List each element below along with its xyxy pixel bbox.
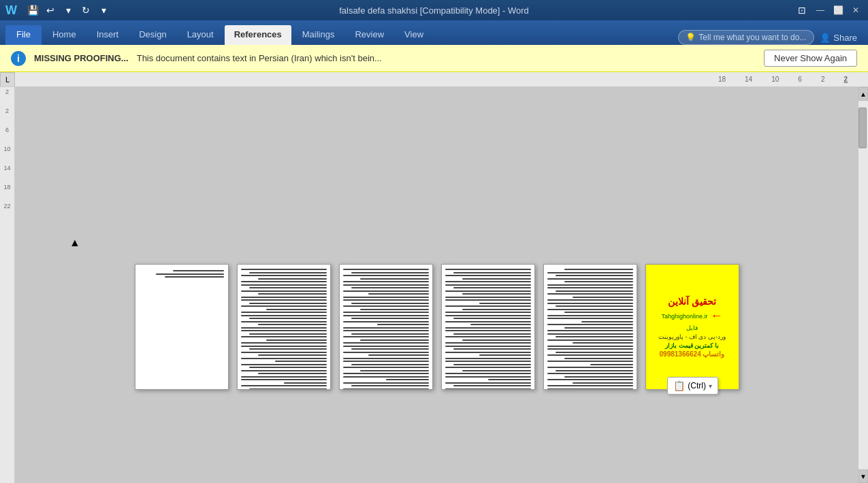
quick-access-toolbar: 💾 ↩ ▾ ↻ ▾	[25, 3, 111, 18]
minimize-button[interactable]: —	[814, 3, 827, 17]
title-bar-controls: ⊡ — ⬜ ✕	[794, 3, 863, 18]
more-button[interactable]: ▾	[96, 3, 111, 18]
ruler-v-6: 6	[5, 127, 9, 133]
ribbon-search-area: 💡 Tell me what you want to do... 👤 Share	[678, 30, 863, 45]
ruler-mark-14: 14	[745, 76, 752, 83]
paste-options-tooltip[interactable]: 📋 (Ctrl) ▾	[667, 377, 718, 395]
ribbon: File Home Insert Design Layout Reference…	[0, 20, 868, 45]
ad-site: Tahghighonline.ir	[661, 313, 707, 320]
ruler-v-2b: 2	[5, 107, 9, 114]
share-label: Share	[833, 33, 857, 43]
undo-dropdown-button[interactable]: ▾	[61, 3, 76, 18]
tell-me-search[interactable]: 💡 Tell me what you want to do...	[678, 30, 814, 45]
tab-home[interactable]: Home	[43, 25, 86, 45]
tab-layout[interactable]: Layout	[178, 25, 223, 45]
notification-title: MISSING PROOFING...	[34, 53, 129, 63]
tab-review[interactable]: Review	[345, 25, 393, 45]
page-4	[441, 264, 535, 390]
vertical-scrollbar[interactable]: ▲ ▼	[858, 87, 868, 483]
search-placeholder-text: Tell me what you want to do...	[698, 33, 806, 42]
tab-view[interactable]: View	[395, 25, 433, 45]
ruler-mark-6: 6	[798, 76, 802, 83]
ad-title: تحقیق آنلاین	[668, 296, 716, 307]
tab-mailings[interactable]: Mailings	[293, 25, 344, 45]
tab-design[interactable]: Design	[129, 25, 176, 45]
ruler-mark-2r: 2	[843, 76, 848, 83]
save-button[interactable]: 💾	[25, 3, 40, 18]
paste-dropdown-icon[interactable]: ▾	[709, 382, 712, 390]
never-show-again-button[interactable]: Never Show Again	[764, 50, 857, 67]
pages-row: تحقیق آنلاین Tahghighonline.ir ← فایل ور…	[135, 264, 739, 390]
horizontal-ruler: L 18 14 10 6 2 2	[0, 72, 868, 87]
tab-references[interactable]: References	[225, 25, 291, 45]
ribbon-tabs: File Home Insert Design Layout Reference…	[0, 20, 868, 45]
vertical-ruler: 2 2 6 10 14 18 22	[0, 87, 15, 483]
ruler-v-18: 18	[3, 184, 10, 190]
ruler-v-10: 10	[3, 146, 10, 152]
title-bar: W 💾 ↩ ▾ ↻ ▾ falsafe defa shakhsi [Compat…	[0, 0, 868, 20]
paste-icon: 📋	[673, 380, 685, 391]
lightbulb-icon: 💡	[686, 33, 696, 42]
tab-insert[interactable]: Insert	[87, 25, 129, 45]
ad-file-label: فایل	[686, 324, 698, 331]
tab-stop-button[interactable]: L	[0, 72, 15, 87]
share-icon: 👤	[820, 33, 831, 43]
paste-ctrl-label: (Ctrl)	[688, 381, 706, 390]
ad-subtitle: ورد-پی دی اف - پاورپوینت	[658, 333, 726, 342]
page-6-ad: تحقیق آنلاین Tahghighonline.ir ← فایل ور…	[645, 264, 739, 390]
window-icon: ⊡	[794, 3, 809, 18]
page-3	[339, 264, 433, 390]
page-1	[135, 264, 229, 390]
scroll-track[interactable]	[858, 101, 868, 469]
ruler-v-22: 22	[3, 203, 10, 210]
document-area[interactable]: ▲	[15, 87, 858, 483]
main-area: 2 2 6 10 14 18 22 ▲	[0, 87, 868, 483]
notification-icon: i	[11, 51, 26, 66]
maximize-button[interactable]: ⬜	[831, 3, 845, 17]
ruler-marks: 18 14 10 6 2 2	[15, 76, 868, 83]
ruler-v-2a: 2	[5, 88, 9, 95]
word-icon: W	[5, 3, 17, 18]
ruler-v-14: 14	[3, 165, 10, 171]
ruler-mark-2: 2	[821, 76, 825, 83]
scroll-up-button[interactable]: ▲	[858, 87, 868, 101]
page-2	[237, 264, 331, 390]
notification-bar: i MISSING PROOFING... This document cont…	[0, 45, 868, 72]
ad-price: با کمترین قیمت بازار	[665, 342, 719, 349]
share-button[interactable]: 👤 Share	[820, 33, 857, 43]
undo-button[interactable]: ↩	[43, 3, 58, 18]
ruler-mark-10: 10	[771, 76, 779, 83]
title-bar-left: W 💾 ↩ ▾ ↻ ▾	[5, 3, 111, 18]
mouse-cursor: ▲	[69, 237, 76, 246]
close-button[interactable]: ✕	[849, 3, 863, 17]
arrow-icon: ←	[711, 309, 723, 323]
redo-button[interactable]: ↻	[78, 3, 93, 18]
ruler-mark-18: 18	[718, 76, 726, 83]
tab-file[interactable]: File	[5, 25, 42, 45]
doc-title: falsafe defa shakhsi [Compatibility Mode…	[339, 5, 529, 16]
notification-message: This document contains text in Persian (…	[137, 53, 756, 63]
page-5	[543, 264, 637, 390]
ad-phone: واتساپ 09981366624	[660, 350, 725, 358]
scroll-thumb[interactable]	[858, 107, 867, 148]
scroll-down-button[interactable]: ▼	[858, 469, 868, 483]
